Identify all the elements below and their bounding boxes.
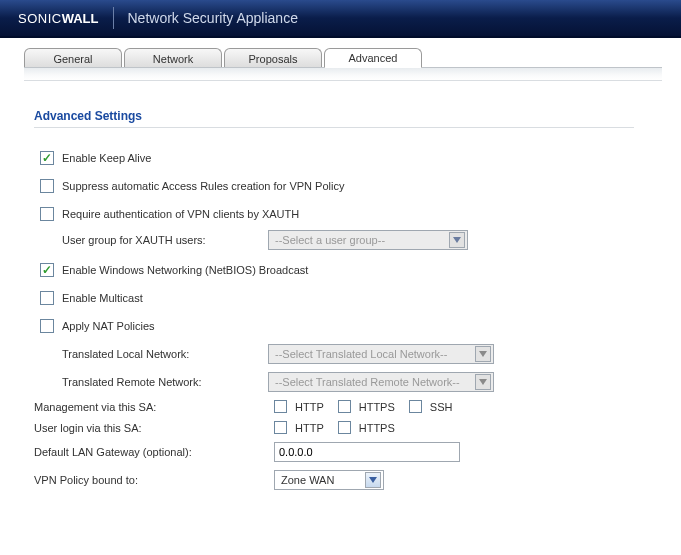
checkbox-mgmt-http[interactable] — [274, 400, 287, 413]
select-value: Zone WAN — [281, 474, 334, 486]
label-apply-nat: Apply NAT Policies — [62, 320, 155, 332]
section-divider — [34, 127, 634, 128]
tab-proposals[interactable]: Proposals — [224, 48, 322, 68]
checkbox-multicast[interactable] — [40, 291, 54, 305]
label-keep-alive: Enable Keep Alive — [62, 152, 151, 164]
brand-part1: SONIC — [18, 11, 62, 26]
label-mgmt-sa: Management via this SA: — [34, 401, 274, 413]
label-suppress-rules: Suppress automatic Access Rules creation… — [62, 180, 344, 192]
checkbox-apply-nat[interactable] — [40, 319, 54, 333]
checkbox-mgmt-ssh[interactable] — [409, 400, 422, 413]
app-header: SONICWALL Network Security Appliance — [0, 0, 681, 38]
label-trans-remote: Translated Remote Network: — [62, 376, 230, 388]
label-login-sa: User login via this SA: — [34, 422, 274, 434]
select-trans-remote: --Select Translated Remote Network-- — [268, 372, 494, 392]
tab-general[interactable]: General — [24, 48, 122, 68]
checkbox-suppress-rules[interactable] — [40, 179, 54, 193]
checkbox-login-http[interactable] — [274, 421, 287, 434]
brand-part2: WALL — [62, 11, 99, 26]
brand-logo: SONICWALL — [0, 11, 113, 26]
checkbox-keep-alive[interactable] — [40, 151, 54, 165]
section-title: Advanced Settings — [34, 109, 647, 123]
label-xauth-group: User group for XAUTH users: — [62, 234, 230, 246]
select-value: --Select Translated Local Network-- — [275, 348, 447, 360]
tab-label: Network — [153, 53, 193, 65]
checkbox-login-https[interactable] — [338, 421, 351, 434]
tab-network[interactable]: Network — [124, 48, 222, 68]
label-http: HTTP — [295, 422, 324, 434]
tab-label: General — [53, 53, 92, 65]
tab-label: Proposals — [249, 53, 298, 65]
label-require-xauth: Require authentication of VPN clients by… — [62, 208, 299, 220]
tab-advanced[interactable]: Advanced — [324, 48, 422, 68]
select-xauth-group: --Select a user group-- — [268, 230, 468, 250]
select-value: --Select a user group-- — [275, 234, 385, 246]
tab-bar: General Network Proposals Advanced — [24, 48, 681, 81]
checkbox-netbios[interactable] — [40, 263, 54, 277]
select-bound-to[interactable]: Zone WAN — [274, 470, 384, 490]
app-title: Network Security Appliance — [114, 10, 298, 26]
tab-label: Advanced — [349, 52, 398, 64]
input-gateway[interactable] — [274, 442, 460, 462]
chevron-down-icon — [475, 374, 491, 390]
chevron-down-icon — [449, 232, 465, 248]
chevron-down-icon — [475, 346, 491, 362]
label-trans-local: Translated Local Network: — [62, 348, 230, 360]
label-http: HTTP — [295, 401, 324, 413]
content-panel: Advanced Settings Enable Keep Alive Supp… — [0, 81, 681, 518]
label-gateway: Default LAN Gateway (optional): — [34, 446, 274, 458]
label-bound-to: VPN Policy bound to: — [34, 474, 274, 486]
label-multicast: Enable Multicast — [62, 292, 143, 304]
select-value: --Select Translated Remote Network-- — [275, 376, 460, 388]
chevron-down-icon — [365, 472, 381, 488]
label-https: HTTPS — [359, 401, 395, 413]
label-https: HTTPS — [359, 422, 395, 434]
label-ssh: SSH — [430, 401, 453, 413]
checkbox-require-xauth[interactable] — [40, 207, 54, 221]
select-trans-local: --Select Translated Local Network-- — [268, 344, 494, 364]
tab-underline — [24, 67, 662, 81]
label-netbios: Enable Windows Networking (NetBIOS) Broa… — [62, 264, 308, 276]
checkbox-mgmt-https[interactable] — [338, 400, 351, 413]
